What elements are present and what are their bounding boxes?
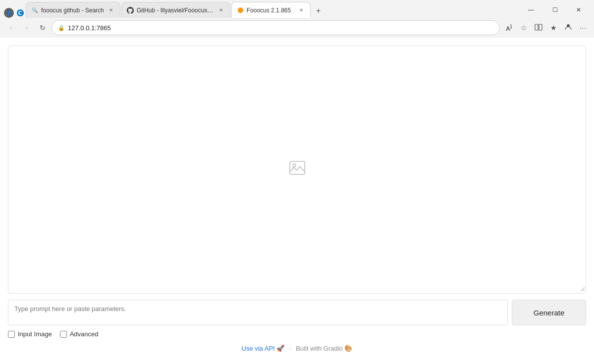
svg-rect-2 — [539, 24, 542, 30]
favorites-bar-button[interactable]: ★ — [546, 21, 560, 35]
edge-logo — [16, 8, 25, 17]
refresh-button[interactable]: ↻ — [36, 21, 50, 35]
window-controls: — ☐ ✕ — [520, 2, 590, 18]
input-image-checkbox[interactable] — [8, 331, 15, 338]
input-image-checkbox-label[interactable]: Input Image — [8, 330, 52, 338]
tab-fooocus-close[interactable]: ✕ — [297, 6, 305, 14]
profile-icon — [564, 23, 572, 33]
resize-handle[interactable] — [579, 285, 585, 292]
address-bar: ‹ › ↻ 🔒 127.0.0.1:7865 A) ☆ ★ — [0, 18, 594, 38]
tab-search[interactable]: 🔍 fooocus github - Search ✕ — [26, 2, 120, 18]
browser-tabs-bar: 👤 🔍 fooocus github - Search ✕ GitHub - I… — [0, 0, 594, 18]
read-aloud-button[interactable]: A) — [502, 21, 516, 35]
svg-line-6 — [581, 287, 585, 291]
svg-rect-4 — [290, 161, 305, 174]
svg-line-7 — [583, 289, 585, 291]
address-text: 127.0.0.1:7865 — [68, 24, 493, 32]
tab-fooocus[interactable]: 🟠 Fooocus 2.1.865 ✕ — [231, 2, 311, 18]
options-row: Input Image Advanced — [8, 330, 586, 338]
footer: Use via API 🚀 · Built with Gradio 🎨 — [8, 338, 586, 356]
minimize-button[interactable]: — — [520, 2, 542, 18]
page-content: Generate Input Image Advanced Use via AP… — [0, 38, 594, 364]
address-input-container[interactable]: 🔒 127.0.0.1:7865 — [52, 20, 500, 35]
read-aloud-icon: A) — [506, 24, 512, 32]
browser-left-icons: 👤 — [4, 8, 25, 18]
gradio-icon: 🎨 — [344, 345, 352, 352]
tab-search-favicon: 🔍 — [31, 7, 38, 14]
tab-search-close[interactable]: ✕ — [107, 6, 115, 14]
advanced-checkbox[interactable] — [60, 331, 67, 338]
back-button[interactable]: ‹ — [4, 21, 18, 35]
tab-fooocus-favicon: 🟠 — [237, 7, 244, 14]
api-link-text: Use via API — [242, 345, 275, 352]
tab-github[interactable]: GitHub - Illyasviel/Fooocus: Foo... ✕ — [121, 2, 230, 18]
new-tab-button[interactable]: + — [312, 4, 325, 18]
close-button[interactable]: ✕ — [567, 2, 590, 18]
toolbar-icons: A) ☆ ★ ··· — [502, 21, 590, 35]
tab-github-title: GitHub - Illyasviel/Fooocus: Foo... — [137, 7, 214, 14]
prompt-section: Generate — [8, 300, 586, 325]
svg-point-0 — [17, 9, 24, 16]
more-button[interactable]: ··· — [576, 21, 590, 35]
favorites-button[interactable]: ☆ — [517, 21, 531, 35]
advanced-label: Advanced — [70, 330, 99, 338]
svg-point-5 — [293, 164, 296, 167]
lock-icon: 🔒 — [58, 25, 65, 31]
generate-button[interactable]: Generate — [512, 300, 586, 325]
profile-button[interactable] — [561, 21, 575, 35]
profile-avatar[interactable]: 👤 — [4, 8, 14, 18]
tab-github-close[interactable]: ✕ — [217, 6, 225, 14]
tab-search-title: fooocus github - Search — [41, 7, 104, 14]
more-icon: ··· — [580, 24, 587, 32]
image-placeholder-icon — [288, 159, 306, 180]
tab-fooocus-title: Fooocus 2.1.865 — [247, 7, 294, 14]
favorites-bar-icon: ★ — [550, 24, 557, 32]
use-via-api-link[interactable]: Use via API 🚀 — [242, 345, 286, 352]
forward-button[interactable]: › — [20, 21, 34, 35]
split-view-button[interactable] — [532, 21, 545, 35]
input-image-label: Input Image — [18, 330, 52, 338]
api-icon: 🚀 — [276, 345, 284, 352]
maximize-button[interactable]: ☐ — [543, 2, 566, 18]
built-with-text: Built with Gradio — [296, 345, 343, 352]
tab-github-favicon — [127, 7, 134, 14]
split-icon — [535, 23, 542, 33]
prompt-textarea[interactable] — [8, 300, 508, 325]
image-preview-area — [8, 46, 586, 294]
app-container: Generate Input Image Advanced Use via AP… — [0, 38, 594, 364]
footer-separator: · — [289, 345, 291, 352]
svg-rect-1 — [535, 24, 538, 30]
advanced-checkbox-label[interactable]: Advanced — [60, 330, 99, 338]
star-icon: ☆ — [521, 24, 527, 32]
